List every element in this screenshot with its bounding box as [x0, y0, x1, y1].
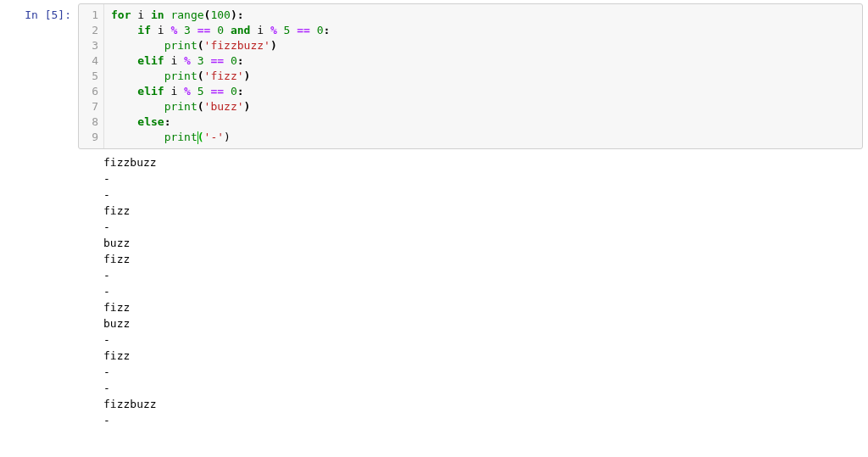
- code-line[interactable]: print('fizzbuzz'): [111, 38, 855, 53]
- output-cell: fizzbuzz - - fizz - buzz fizz - - fizz b…: [0, 149, 868, 428]
- line-number: 2: [79, 23, 98, 38]
- line-number-gutter: 123456789: [79, 4, 104, 148]
- input-cell: In [5]: 123456789 for i in range(100): i…: [0, 0, 868, 149]
- code-line[interactable]: else:: [111, 114, 855, 130]
- code-line[interactable]: print('-'): [111, 130, 855, 145]
- line-number: 9: [79, 130, 98, 145]
- input-prompt-label: In [5]:: [25, 8, 71, 21]
- line-number: 5: [79, 69, 98, 84]
- code-editor[interactable]: 123456789 for i in range(100): if i % 3 …: [78, 3, 863, 149]
- code-line[interactable]: print('buzz'): [111, 99, 855, 114]
- line-number: 3: [79, 38, 98, 53]
- line-number: 1: [79, 8, 98, 23]
- output-prompt-spacer: [5, 149, 78, 428]
- code-line[interactable]: if i % 3 == 0 and i % 5 == 0:: [111, 23, 855, 38]
- code-line[interactable]: print('fizz'): [111, 69, 855, 84]
- line-number: 6: [79, 84, 98, 99]
- code-body[interactable]: for i in range(100): if i % 3 == 0 and i…: [104, 4, 862, 148]
- code-line[interactable]: elif i % 5 == 0:: [111, 84, 855, 99]
- line-number: 7: [79, 99, 98, 114]
- stdout-output: fizzbuzz - - fizz - buzz fizz - - fizz b…: [78, 149, 863, 428]
- code-line[interactable]: for i in range(100):: [111, 8, 855, 23]
- input-prompt: In [5]:: [5, 3, 78, 21]
- line-number: 4: [79, 53, 98, 69]
- code-line[interactable]: elif i % 3 == 0:: [111, 53, 855, 69]
- line-number: 8: [79, 114, 98, 130]
